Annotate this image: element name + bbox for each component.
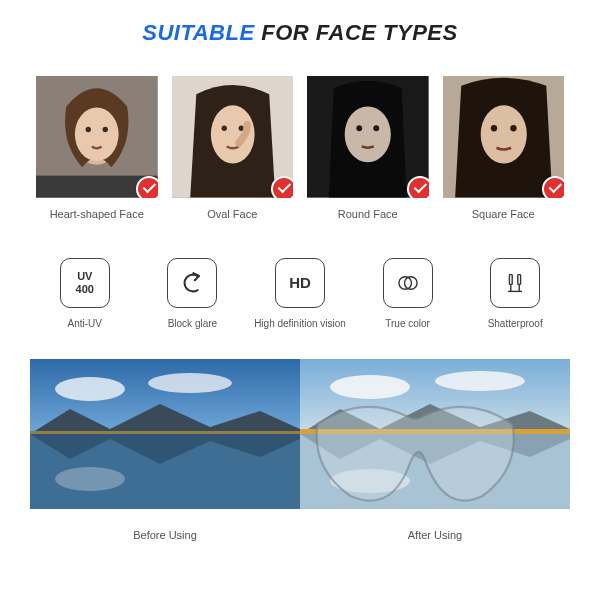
true-color-icon bbox=[383, 258, 433, 308]
svg-point-4 bbox=[103, 127, 108, 132]
svg-point-18 bbox=[398, 276, 411, 289]
portrait-round bbox=[307, 76, 429, 198]
face-card-square: Square Face bbox=[443, 76, 565, 220]
before-label: Before Using bbox=[30, 521, 300, 541]
uv400-icon: UV400 bbox=[60, 258, 110, 308]
svg-point-8 bbox=[221, 126, 226, 131]
face-types-row: Heart-shaped Face Oval Face bbox=[30, 76, 570, 220]
svg-point-19 bbox=[404, 276, 417, 289]
feature-label: True color bbox=[359, 318, 457, 329]
feature-anti-uv: UV400 Anti-UV bbox=[36, 258, 134, 329]
before-panel bbox=[30, 359, 300, 509]
title-accent: SUITABLE bbox=[142, 20, 254, 45]
svg-point-3 bbox=[86, 127, 91, 132]
face-card-heart: Heart-shaped Face bbox=[36, 76, 158, 220]
svg-point-13 bbox=[373, 125, 379, 131]
svg-point-16 bbox=[490, 125, 496, 131]
feature-label: Shatterproof bbox=[466, 318, 564, 329]
feature-true-color: True color bbox=[359, 258, 457, 329]
feature-shatterproof: Shatterproof bbox=[466, 258, 564, 329]
portrait-heart bbox=[36, 76, 158, 198]
face-label: Heart-shaped Face bbox=[36, 208, 158, 220]
after-panel bbox=[300, 359, 570, 509]
face-label: Round Face bbox=[307, 208, 429, 220]
svg-point-17 bbox=[510, 125, 516, 131]
page-title: SUITABLE FOR FACE TYPES bbox=[30, 20, 570, 46]
svg-point-2 bbox=[75, 108, 119, 161]
face-card-oval: Oval Face bbox=[172, 76, 294, 220]
svg-point-12 bbox=[356, 125, 362, 131]
hd-icon: HD bbox=[275, 258, 325, 308]
after-label: After Using bbox=[300, 521, 570, 541]
svg-point-27 bbox=[148, 373, 232, 393]
feature-block-glare: Block glare bbox=[144, 258, 242, 329]
svg-point-26 bbox=[55, 377, 125, 401]
svg-point-15 bbox=[480, 105, 526, 163]
face-label: Oval Face bbox=[172, 208, 294, 220]
features-row: UV400 Anti-UV Block glare HD High defini… bbox=[30, 258, 570, 329]
feature-label: Block glare bbox=[144, 318, 242, 329]
svg-point-11 bbox=[345, 106, 391, 162]
feature-label: Anti-UV bbox=[36, 318, 134, 329]
svg-point-33 bbox=[330, 375, 410, 399]
feature-label: High definition vision bbox=[251, 318, 349, 329]
block-glare-icon bbox=[167, 258, 217, 308]
svg-rect-21 bbox=[518, 274, 521, 284]
svg-rect-20 bbox=[510, 274, 513, 284]
portrait-oval bbox=[172, 76, 294, 198]
face-label: Square Face bbox=[443, 208, 565, 220]
comparison-row bbox=[30, 359, 570, 509]
svg-point-34 bbox=[435, 371, 525, 391]
portrait-square bbox=[443, 76, 565, 198]
title-rest: FOR FACE TYPES bbox=[261, 20, 457, 45]
feature-hd: HD High definition vision bbox=[251, 258, 349, 329]
shatterproof-icon bbox=[490, 258, 540, 308]
face-card-round: Round Face bbox=[307, 76, 429, 220]
svg-point-37 bbox=[330, 469, 410, 493]
svg-rect-31 bbox=[30, 431, 300, 509]
comparison-labels: Before Using After Using bbox=[30, 521, 570, 541]
